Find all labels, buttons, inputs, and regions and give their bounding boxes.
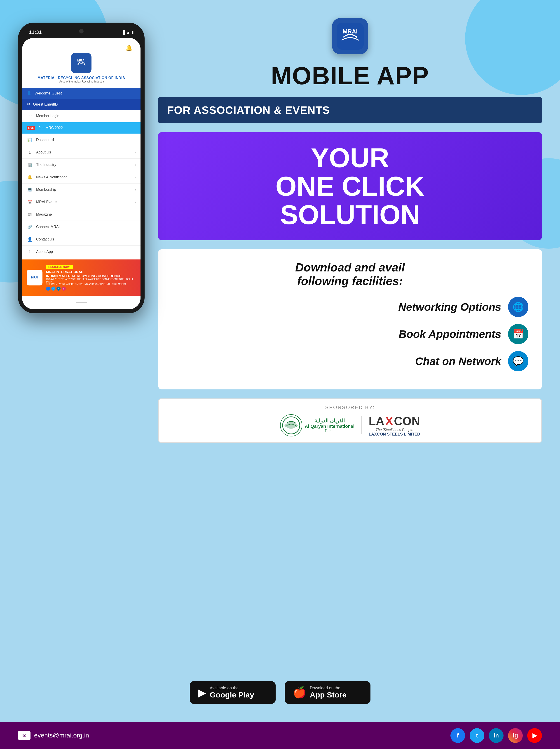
about-app-icon: ℹ <box>27 249 33 254</box>
download-section: ▶ Available on the Google Play 🍎 Downloa… <box>0 681 560 704</box>
google-play-button[interactable]: ▶ Available on the Google Play <box>190 681 275 704</box>
register-now-badge: REGISTER NOW! <box>46 265 73 269</box>
phone-status-icons: ▐ ▲ ▮ <box>122 30 134 35</box>
facility-networking: Networking Options 🌐 <box>172 297 529 317</box>
instagram-link[interactable]: ig <box>508 728 523 743</box>
bell-icon[interactable]: 🔔 <box>126 45 132 51</box>
news-icon: 🔔 <box>27 175 33 180</box>
menu-item-magazine[interactable]: 📰 Magazine <box>22 208 140 221</box>
youtube-link[interactable]: ▶ <box>527 728 542 743</box>
banner-text: REGISTER NOW! MRAI INTERNATIONALINDIAN M… <box>46 265 136 291</box>
phone-bottom-nav <box>22 296 140 309</box>
menu-item-dashboard[interactable]: 📊 Dashboard <box>22 134 140 146</box>
welcome-guest-item[interactable]: 👤 Welcome Guest <box>22 88 140 99</box>
sponsors-row: القريان الدولية Al Qaryan International … <box>165 414 535 437</box>
laxcon-x: X <box>385 414 393 428</box>
industry-chevron: › <box>135 163 136 167</box>
laxcon-sponsor: LA X CON The 'Steel' Less People LAXCON … <box>369 414 420 437</box>
laxcon-tagline: The 'Steel' Less People <box>369 428 420 432</box>
menu-item-imrc[interactable]: LIVE 9th IMRC 2022 <box>22 122 140 134</box>
menu-item-events[interactable]: 📅 MRAI Events › <box>22 196 140 208</box>
laxcon-la: LA <box>369 414 384 428</box>
al-qaryan-sub: Dubai <box>305 429 354 433</box>
svg-point-0 <box>73 55 89 71</box>
linkedin-link[interactable]: in <box>489 728 503 743</box>
battery-icon: ▮ <box>132 30 134 35</box>
about-us-label: About Us <box>36 150 51 154</box>
laxcon-con: CON <box>394 414 420 428</box>
right-content-area: MRAI MOBILE APP FOR ASSOCIATION & EVENTS… <box>158 18 542 443</box>
member-login-icon: ↩ <box>27 113 33 119</box>
signal-icon: ▐ <box>122 30 125 35</box>
events-chevron: › <box>135 200 136 204</box>
menu-item-news[interactable]: 🔔 News & Notification › <box>22 171 140 184</box>
banner-tw: t <box>51 286 55 291</box>
footer: ✉ events@mrai.org.in f t in ig ▶ <box>0 722 560 749</box>
appointments-label: Book Appointments <box>172 328 501 340</box>
headline-line3: SOLUTION <box>172 200 529 229</box>
menu-item-connect[interactable]: 🔗 Connect MRAI <box>22 221 140 233</box>
user-icon: 👤 <box>27 91 31 95</box>
banner-ig: ig <box>62 286 66 291</box>
mrai-banner: MRAI REGISTER NOW! MRAI INTERNATIONALIND… <box>22 259 140 296</box>
chat-icon: 💬 <box>508 351 529 371</box>
app-header: 🔔 MRAI MATERIAL RECYCLING ASSOCIATION OF… <box>22 38 140 88</box>
industry-label: The Industry <box>36 163 56 167</box>
svg-text:MRAI: MRAI <box>342 28 357 35</box>
sponsor-divider <box>361 416 362 434</box>
menu-item-the-industry[interactable]: 🏢 The Industry › <box>22 159 140 171</box>
menu-item-member-login[interactable]: ↩ Member Login <box>22 110 140 122</box>
footer-social-links: f t in ig ▶ <box>450 728 542 743</box>
user-section: 👤 Welcome Guest ✉ Guest EmailID <box>22 88 140 110</box>
about-us-icon: ℹ <box>27 150 33 155</box>
google-play-pre-text: Available on the <box>210 686 254 690</box>
news-label: News & Notification <box>36 175 68 179</box>
al-qaryan-english: Al Qaryan International <box>305 424 354 429</box>
facebook-link[interactable]: f <box>450 728 465 743</box>
footer-email-address: events@mrai.org.in <box>34 732 89 739</box>
magazine-label: Magazine <box>36 212 52 216</box>
guest-email-item[interactable]: ✉ Guest EmailID <box>22 99 140 110</box>
phone-mockup: 11:31 ▐ ▲ ▮ 🔔 MRAI <box>18 23 144 443</box>
banner-fb: f <box>46 286 50 291</box>
mobile-app-title: MOBILE APP <box>158 63 542 88</box>
phone-screen: 🔔 MRAI MATERIAL RECYCLING ASSOCIATION OF… <box>22 38 140 309</box>
org-subtitle: Voice of the Indian Recycling Industry <box>59 80 104 83</box>
app-icon-container: MRAI <box>158 18 542 54</box>
google-play-icon: ▶ <box>198 686 206 699</box>
banner-subtitle: 23 24 & 25 FEBRUARY 2022, THE LEELA AMBI… <box>46 278 136 283</box>
twitter-link[interactable]: t <box>470 728 484 743</box>
menu-item-about-us[interactable]: ℹ About Us › <box>22 146 140 159</box>
app-store-label: App Store <box>310 690 346 699</box>
large-mrai-logo: MRAI <box>337 23 364 50</box>
facilities-title: Download and availfollowing facilities: <box>172 261 529 288</box>
org-name: MATERIAL RECYCLING ASSOCIATION OF INDIA <box>38 76 125 80</box>
solution-box: YOUR ONE CLICK SOLUTION <box>158 132 542 240</box>
appointments-icon: 📅 <box>508 324 529 344</box>
headline-line1: YOUR <box>172 144 529 172</box>
about-us-chevron: › <box>135 151 136 154</box>
main-layout: 11:31 ▐ ▲ ▮ 🔔 MRAI <box>0 0 560 443</box>
mobile-app-title-container: MOBILE APP <box>158 63 542 88</box>
industry-icon: 🏢 <box>27 162 33 167</box>
laxcon-full-name: LAXCON STEELS LIMITED <box>369 432 420 437</box>
banner-logo: MRAI <box>27 270 43 285</box>
imrc-label: 9th IMRC 2022 <box>38 126 63 130</box>
phone-status-bar: 11:31 ▐ ▲ ▮ <box>22 27 140 38</box>
magazine-icon: 📰 <box>27 212 33 217</box>
facilities-section: Download and availfollowing facilities: … <box>158 249 542 389</box>
menu-item-contact[interactable]: 👤 Contact Us <box>22 233 140 246</box>
phone-outer-shell: 11:31 ▐ ▲ ▮ 🔔 MRAI <box>18 23 144 313</box>
news-chevron: › <box>135 175 136 179</box>
for-association-bar: FOR ASSOCIATION & EVENTS <box>158 97 542 123</box>
menu-item-about-app[interactable]: ℹ About App <box>22 246 140 258</box>
networking-label: Networking Options <box>172 301 501 313</box>
menu-list: ↩ Member Login LIVE 9th IMRC 2022 📊 <box>22 110 140 258</box>
banner-tagline: THE ONLY EVENT WHERE ENTIRE INDIAN RECYC… <box>46 283 136 285</box>
nav-dot <box>76 302 87 303</box>
events-icon: 📅 <box>27 199 33 205</box>
app-store-button[interactable]: 🍎 Download on the App Store <box>285 681 371 704</box>
footer-email-icon: ✉ <box>18 731 30 740</box>
facility-chat: Chat on Network 💬 <box>172 351 529 371</box>
menu-item-membership[interactable]: 💻 Membership › <box>22 184 140 196</box>
